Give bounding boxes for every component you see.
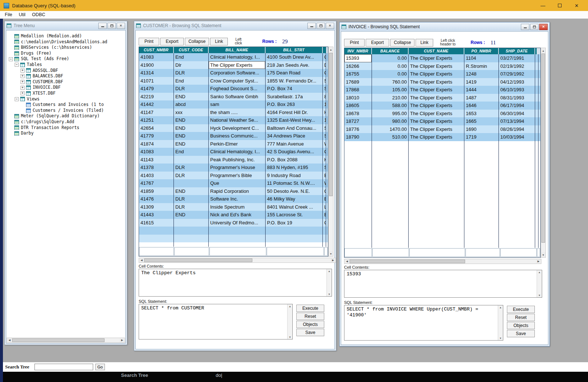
grid-entry-cell[interactable]: [500, 248, 537, 257]
export-button[interactable]: Export: [366, 39, 389, 47]
grid-cell[interactable]: S: [323, 124, 326, 132]
grid-cell[interactable]: C: [323, 148, 326, 156]
grid-cell[interactable]: 760.00: [372, 78, 409, 86]
go-button[interactable]: Go: [95, 364, 105, 370]
grid-cell[interactable]: Sanko Software Gmbh: [209, 93, 266, 101]
grid-row[interactable]: 17689760.00The Clipper Experts141904/12/…: [344, 78, 540, 86]
link-button[interactable]: Link: [416, 39, 433, 47]
grid-cell[interactable]: END: [174, 187, 209, 195]
grid-cell[interactable]: 1646: [464, 102, 499, 110]
grid-cell[interactable]: 08/26/1994: [499, 125, 535, 133]
grid-row[interactable]: 41443ENDNick and Ed's Bank155 Lacrosse S…: [139, 211, 328, 219]
grid-cell[interactable]: C: [323, 69, 326, 77]
grid-cell[interactable]: P.O. Box 263: [266, 100, 323, 109]
column-header-po_nmbr[interactable]: PO_NMBR: [464, 48, 499, 54]
grid-cell[interactable]: Surabellastr. 17a: [266, 93, 323, 101]
grid-cell[interactable]: 8401 Walnut Creek ...: [266, 203, 323, 211]
grid-cell[interactable]: 41083: [139, 148, 174, 156]
grid-row[interactable]: 41767Que11 Potomac St. N.W....W: [139, 179, 328, 187]
grid-cell[interactable]: 06/17/1994: [499, 102, 535, 110]
grid-cell[interactable]: [535, 102, 538, 110]
grid-cell[interactable]: 06/30/1994: [499, 110, 535, 118]
print-button[interactable]: Print: [344, 39, 365, 47]
grid-cell[interactable]: 07/13/1994: [499, 117, 535, 125]
grid-cell[interactable]: [535, 125, 538, 133]
grid-cell[interactable]: E: [323, 172, 326, 180]
grid-row[interactable]: 153930.00The Clipper Experts110403/27/19…: [344, 54, 540, 62]
sql-statement-box[interactable]: SELECT * from INVOICE WHERE Upper(CUST_N…: [344, 305, 503, 341]
grid-row[interactable]: 41083EndClinical Hematology, I...42 S Do…: [139, 148, 328, 156]
tree-item[interactable]: Drugs (Free): [7, 51, 125, 56]
tree-item[interactable]: c:\drugs\SqlQuery.Add: [7, 119, 125, 125]
tree-item[interactable]: Meter (SqlQuery.add Dictionary): [7, 113, 125, 119]
tree-item[interactable]: c:\medalion\DrivesAndMedallions.ad: [7, 39, 125, 45]
scroll-right-arrow[interactable]: ▶: [330, 258, 336, 262]
grid-cell[interactable]: 18790: [344, 133, 372, 141]
grid-cell[interactable]: End: [174, 77, 209, 85]
grid-cell[interactable]: 995.00: [372, 110, 409, 118]
grid-cell[interactable]: Dlr: [174, 61, 209, 69]
scroll-thumb[interactable]: [329, 53, 333, 196]
grid-cell[interactable]: 02/19/1992: [499, 62, 535, 70]
grid-cell[interactable]: E: [323, 195, 326, 203]
grid-entry-cell[interactable]: [409, 248, 465, 257]
grid-cell[interactable]: Que: [209, 179, 266, 187]
grid-cell[interactable]: 0.00: [372, 54, 409, 62]
scroll-track[interactable]: [329, 52, 333, 251]
tree-item[interactable]: +XTEST.DBF: [7, 91, 125, 96]
scroll-thumb[interactable]: [144, 258, 252, 262]
grid-entry-cell[interactable]: [174, 247, 209, 256]
grid-cell[interactable]: END: [174, 93, 209, 101]
grid-cell[interactable]: 1104: [464, 54, 499, 62]
grid-row[interactable]: 41309DLRInside Spectrum8401 Walnut Creek…: [139, 203, 328, 211]
grid-cell[interactable]: 1665: [464, 117, 499, 125]
grid-cell[interactable]: 1: [323, 116, 326, 124]
grid-horizontal-scrollbar[interactable]: ◀ ▶: [139, 258, 336, 263]
grid-cell[interactable]: the sham .....: [209, 109, 266, 117]
grid-row[interactable]: 41442abcdsamP.O. Box 2631: [139, 100, 328, 109]
grid-cell[interactable]: End: [174, 53, 209, 61]
scroll-track[interactable]: [144, 258, 330, 262]
grid-cell[interactable]: The Clipper Experts: [409, 86, 464, 94]
grid-cell[interactable]: S: [323, 132, 326, 140]
grid-cell[interactable]: 34 Andrews Place: [266, 132, 323, 140]
column-header-bill_name[interactable]: BILL_NAME: [209, 47, 266, 53]
grid-cell[interactable]: 06/10/1993: [499, 86, 535, 94]
menu-file[interactable]: File: [1, 12, 15, 17]
grid-cell[interactable]: 1855 W. Fernando Dr...: [266, 77, 323, 85]
grid-horizontal-scrollbar[interactable]: ◀ ▶: [344, 259, 541, 264]
grid-cell[interactable]: 1444: [464, 86, 499, 94]
column-header-bill_strt[interactable]: BILL_STRT: [266, 47, 323, 53]
scroll-up-arrow[interactable]: ▲: [329, 47, 333, 52]
scroll-track[interactable]: [350, 259, 536, 264]
scroll-left-arrow[interactable]: ◀: [344, 259, 350, 264]
scroll-left-arrow[interactable]: ◀: [7, 338, 12, 342]
grid-row[interactable]: 162660.00The Clipper ExpertsR.Stromin02/…: [344, 62, 540, 70]
invoice-window-titlebar[interactable]: INVOICE - Browsing SQL Statement ✕: [340, 23, 549, 31]
grid-cell[interactable]: 41251: [139, 116, 174, 124]
grid-cell[interactable]: END: [174, 124, 209, 132]
grid-entry-cell[interactable]: [209, 247, 266, 256]
grid-row[interactable]: 41779ENDBusiness Communic...34 Andrews P…: [139, 132, 328, 140]
grid-cell[interactable]: 41378: [139, 164, 174, 172]
grid-cell[interactable]: Nick and Ed's Bank: [209, 211, 266, 219]
tree-item[interactable]: −SQL Test (Ads Free): [7, 56, 125, 62]
grid-cell[interactable]: 18678: [344, 110, 372, 118]
app-maximize-button[interactable]: [551, 0, 568, 11]
grid-cell[interactable]: DLR: [174, 195, 209, 203]
grid-cell[interactable]: 41309: [139, 203, 174, 211]
grid-cell[interactable]: Peak Publishing, Inc.: [209, 156, 266, 164]
grid-cell[interactable]: Clinical Hematology, I...: [209, 53, 266, 61]
collapse-button[interactable]: Collapse: [390, 39, 414, 47]
cell-contents-box[interactable]: The Clipper Experts ▲▼: [139, 269, 332, 297]
grid-cell[interactable]: Software Inc.: [209, 195, 266, 203]
grid-entry-cell[interactable]: [267, 247, 324, 256]
column-header-ship_date[interactable]: SHIP_DATE: [499, 48, 535, 54]
grid-cell[interactable]: 1: [323, 100, 326, 109]
scroll-thumb[interactable]: [541, 54, 545, 243]
grid-cell[interactable]: 8: [323, 93, 326, 101]
grid-row[interactable]: 41143Peak Publishing, Inc.P.O. Box 2088H: [139, 156, 328, 164]
grid-cell[interactable]: 883 N Hyden, #195: [266, 164, 323, 172]
grid-cell[interactable]: 46 Milky Way: [266, 195, 323, 203]
grid-cell[interactable]: [535, 133, 538, 141]
